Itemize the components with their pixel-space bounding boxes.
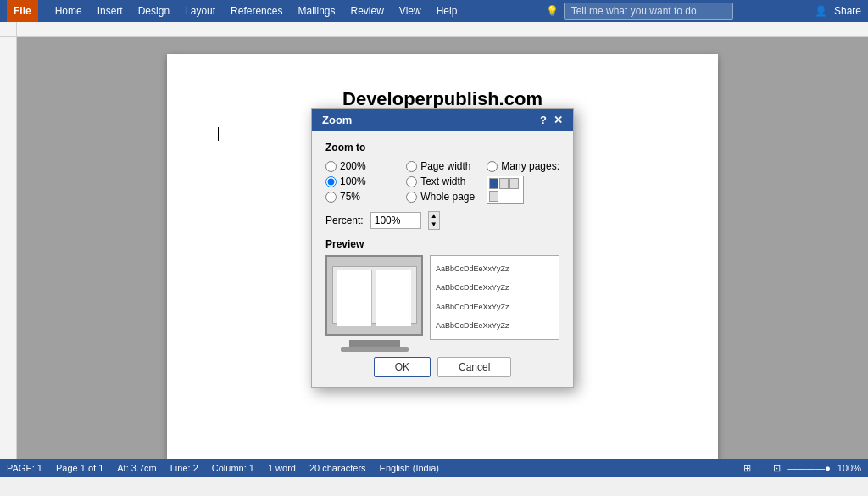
zoom-col-left: 200% 100% 75% xyxy=(326,160,399,204)
svg-rect-0 xyxy=(17,22,868,36)
ribbon-menu: Home Insert Design Layout References Mai… xyxy=(48,3,465,19)
monitor-stand xyxy=(349,340,400,347)
cancel-button[interactable]: Cancel xyxy=(437,357,511,377)
web-layout-icon[interactable]: ⊡ xyxy=(773,463,781,474)
many-pages-icon[interactable] xyxy=(487,176,524,204)
status-characters: 20 characters xyxy=(309,463,366,473)
horizontal-ruler xyxy=(0,22,868,37)
ok-button[interactable]: OK xyxy=(374,357,431,377)
review-menu[interactable]: Review xyxy=(343,3,390,19)
option-100-radio[interactable] xyxy=(326,176,337,187)
option-many-pages-label[interactable]: Many pages: xyxy=(487,160,559,172)
preview-text-box: AaBbCcDdEeXxYyZz AaBbCcDdEeXxYyZz AaBbCc… xyxy=(430,255,559,340)
status-words: 1 word xyxy=(268,463,296,473)
preview-text-2: AaBbCcDdEeXxYyZz xyxy=(436,283,554,292)
ruler-main xyxy=(17,22,868,36)
mini-page-2 xyxy=(499,178,509,189)
option-200-radio[interactable] xyxy=(326,161,337,172)
zoom-slider[interactable]: ————● xyxy=(787,463,831,473)
option-many-pages-text: Many pages: xyxy=(501,160,559,172)
status-language: English (India) xyxy=(380,463,439,473)
option-whole-page-radio[interactable] xyxy=(406,192,417,203)
title-bar-right: 👤 Share xyxy=(815,5,861,17)
zoom-col-middle: Page width Text width Whole page xyxy=(406,160,480,204)
lightbulb-icon: 💡 xyxy=(546,5,559,17)
preview-text-3: AaBbCcDdEeXxYyZz xyxy=(436,303,554,311)
document-area: Developerpublish.com Zoom ? ✕ Zoom to xyxy=(17,37,868,459)
preview-area: AaBbCcDdEeXxYyZz AaBbCcDdEeXxYyZz AaBbCc… xyxy=(326,255,559,340)
ruler-corner xyxy=(0,22,17,36)
option-200-label[interactable]: 200% xyxy=(326,160,399,172)
title-bar-left: File Home Insert Design Layout Reference… xyxy=(7,0,464,22)
zoom-to-label: Zoom to xyxy=(326,142,559,153)
dialog-title: Zoom xyxy=(322,114,352,126)
dialog-title-bar: Zoom ? ✕ xyxy=(312,109,573,131)
dialog-help-button[interactable]: ? xyxy=(540,114,547,126)
option-75-radio[interactable] xyxy=(326,192,337,203)
preview-text-1: AaBbCcDdEeXxYyZz xyxy=(436,265,554,273)
status-at: At: 3.7cm xyxy=(117,463,156,473)
person-icon: 👤 xyxy=(815,5,827,17)
status-right: ⊞ ☐ ⊡ ————● 100% xyxy=(743,463,861,474)
option-200-text: 200% xyxy=(340,160,366,172)
status-page: PAGE: 1 xyxy=(7,463,42,473)
file-menu-button[interactable]: File xyxy=(7,0,38,22)
option-75-text: 75% xyxy=(340,191,360,203)
percent-label: Percent: xyxy=(326,215,364,226)
percent-spinner[interactable]: ▲ ▼ xyxy=(428,211,440,229)
option-whole-page-label[interactable]: Whole page xyxy=(406,191,480,203)
zoom-col-right: Many pages: xyxy=(487,160,559,204)
insert-menu[interactable]: Insert xyxy=(91,3,130,19)
percent-input[interactable] xyxy=(370,212,421,229)
design-menu[interactable]: Design xyxy=(131,3,176,19)
status-page-of: Page 1 of 1 xyxy=(56,463,103,473)
print-layout-icon[interactable]: ☐ xyxy=(758,463,766,474)
spin-down-icon[interactable]: ▼ xyxy=(429,220,439,229)
dialog-overlay: Zoom ? ✕ Zoom to 200% xyxy=(17,37,868,459)
option-text-width-label[interactable]: Text width xyxy=(406,176,480,187)
zoom-percent: 100% xyxy=(837,463,861,473)
share-button[interactable]: Share xyxy=(834,5,861,17)
status-left: PAGE: 1 Page 1 of 1 At: 3.7cm Line: 2 Co… xyxy=(7,463,439,473)
option-many-pages-radio[interactable] xyxy=(487,161,498,172)
read-mode-icon[interactable]: ⊞ xyxy=(743,463,751,474)
main-area: Developerpublish.com Zoom ? ✕ Zoom to xyxy=(0,37,868,459)
references-menu[interactable]: References xyxy=(224,3,289,19)
view-menu[interactable]: View xyxy=(392,3,428,19)
zoom-options: 200% 100% 75% xyxy=(326,160,559,204)
layout-menu[interactable]: Layout xyxy=(178,3,222,19)
monitor-page-right xyxy=(376,270,411,326)
option-100-text: 100% xyxy=(340,176,366,187)
monitor-base xyxy=(341,347,409,352)
option-text-width-radio[interactable] xyxy=(406,176,417,187)
dialog-body: Zoom to 200% 100% xyxy=(312,131,573,349)
help-menu[interactable]: Help xyxy=(430,3,465,19)
option-100-label[interactable]: 100% xyxy=(326,176,399,187)
home-menu[interactable]: Home xyxy=(48,3,89,19)
vertical-ruler xyxy=(0,37,17,459)
mailings-menu[interactable]: Mailings xyxy=(291,3,342,19)
title-bar: File Home Insert Design Layout Reference… xyxy=(0,0,868,22)
mini-page-1 xyxy=(489,178,498,189)
preview-label: Preview xyxy=(326,238,559,250)
mini-page-3 xyxy=(509,178,519,189)
title-bar-center: 💡 xyxy=(546,3,733,20)
zoom-dialog: Zoom ? ✕ Zoom to 200% xyxy=(311,108,574,387)
percent-row: Percent: ▲ ▼ xyxy=(326,211,559,229)
status-column: Column: 1 xyxy=(212,463,254,473)
option-page-width-radio[interactable] xyxy=(406,161,417,172)
preview-text-4: AaBbCcDdEeXxYyZz xyxy=(436,321,554,330)
search-input[interactable] xyxy=(564,3,733,20)
monitor-screen xyxy=(332,266,417,324)
option-page-width-text: Page width xyxy=(420,160,470,172)
option-text-width-text: Text width xyxy=(420,176,465,187)
preview-monitor xyxy=(326,255,423,336)
option-page-width-label[interactable]: Page width xyxy=(406,160,480,172)
spin-up-icon[interactable]: ▲ xyxy=(429,212,439,220)
dialog-close-button[interactable]: ✕ xyxy=(554,114,563,126)
dialog-buttons: OK Cancel xyxy=(312,350,573,387)
status-line: Line: 2 xyxy=(170,463,198,473)
option-whole-page-text: Whole page xyxy=(420,191,475,203)
option-75-label[interactable]: 75% xyxy=(326,191,399,203)
status-bar: PAGE: 1 Page 1 of 1 At: 3.7cm Line: 2 Co… xyxy=(0,459,868,477)
